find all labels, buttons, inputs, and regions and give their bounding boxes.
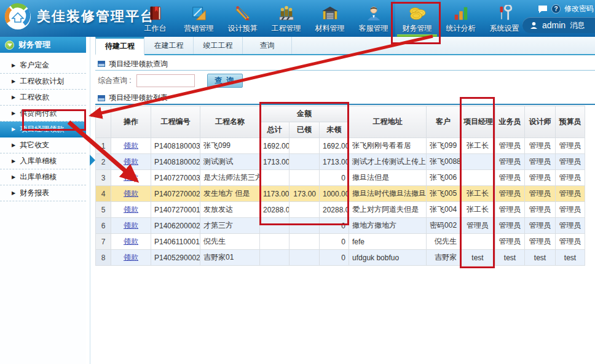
table-cell: 张飞刚刚号看看居 <box>349 138 427 154</box>
withdraw-link[interactable]: 领款 <box>124 221 138 230</box>
nav-item-finance[interactable]: 财务管理 <box>395 0 439 37</box>
sidebar-item-receivable-plan[interactable]: ▶工程收款计划 <box>0 74 86 90</box>
tab-ongoing-projects[interactable]: 在建工程 <box>144 37 194 54</box>
tab-completed-projects[interactable]: 竣工工程 <box>194 37 243 54</box>
table-cell: 测试才上传测试上传上传 <box>349 154 427 170</box>
table-cell: 管理员 <box>556 202 585 218</box>
table-cell: P1408180002 <box>151 154 200 170</box>
sidebar-item-other-income-expense[interactable]: ▶其它收支 <box>0 137 86 153</box>
sidebar-header-label: 财务管理 <box>18 39 50 50</box>
operation-cell: 领款 <box>111 218 151 234</box>
table-cell: 管理员 <box>556 218 585 234</box>
withdraw-link[interactable]: 领款 <box>124 189 138 198</box>
row-number: 2 <box>96 154 111 170</box>
sidebar-item-customer-deposit[interactable]: ▶客户定金 <box>0 58 86 74</box>
nav-item-marketing[interactable]: 营销管理 <box>177 0 221 37</box>
change-password-link[interactable]: 修改密码 <box>564 4 594 14</box>
list-section-title: 项目经理领款列表 <box>109 93 168 103</box>
table-cell: 20288.00 <box>320 202 349 218</box>
stats-chart-icon <box>452 4 470 23</box>
table-row: 6领款P1406200002才第三方0撒地方撒地方密码002管理员管理员管理员管… <box>96 218 585 234</box>
col-group-amount: 金额 <box>260 106 349 122</box>
table-cell: 张飞099 <box>200 138 260 154</box>
table-cell: 管理员 <box>556 234 585 250</box>
table-cell: test <box>495 250 525 266</box>
table-cell: 1000.00 <box>320 186 349 202</box>
nav-item-customer-service[interactable]: 客服管理 <box>352 0 395 37</box>
withdraw-link[interactable]: 领款 <box>124 205 138 214</box>
table-row: 5领款P1407270001发放发达20288.0020288.00爱上对方阿道… <box>96 202 585 218</box>
row-number: 1 <box>96 138 111 154</box>
table-cell <box>460 170 495 186</box>
table-cell: 0 <box>320 170 349 186</box>
table-cell: 发生地方 但是 <box>200 186 260 202</box>
col-header-operation: 操作 <box>111 106 151 138</box>
withdraw-link[interactable]: 领款 <box>124 173 138 182</box>
messages-link[interactable]: 消息 <box>570 20 585 31</box>
sidebar-item-supplier-payment[interactable]: ▶供货商付款 <box>0 106 86 122</box>
nav-label: 财务管理 <box>403 23 432 34</box>
table-cell: test <box>525 250 556 266</box>
search-input[interactable] <box>136 74 195 87</box>
table-cell: 张工长 <box>460 202 495 218</box>
tab-pending-projects[interactable]: 待建工程 <box>95 37 144 55</box>
table-cell <box>460 234 495 250</box>
table-cell: 吉野家01 <box>200 250 260 266</box>
triangle-bullet-icon: ▶ <box>12 95 15 100</box>
query-section-header: 项目经理领款查询 <box>95 58 595 71</box>
col-header-salesman: 业务员 <box>495 106 525 138</box>
help-icon[interactable]: ? <box>551 4 561 14</box>
sidebar-item-inbound-audit[interactable]: ▶入库单稽核 <box>0 153 86 169</box>
nav-label: 工作台 <box>144 23 167 34</box>
table-cell: 管理员 <box>525 202 556 218</box>
table-cell: P1407270003 <box>151 170 200 186</box>
table-cell: 撒地方撒地方 <box>349 218 427 234</box>
table-cell: fefe <box>349 234 427 250</box>
top-navbar: 美佳装修管理平台 工作台 营销管理 设计预算 工程管理 <box>0 0 595 37</box>
sidebar-item-project-receipts[interactable]: ▶工程收款 <box>0 90 86 106</box>
nav-item-construction[interactable]: 工程管理 <box>264 0 308 37</box>
table-cell: P1405290002 <box>151 250 200 266</box>
nav-item-statistics[interactable]: 统计分析 <box>439 0 483 37</box>
panel-icon <box>98 61 105 67</box>
sidebar-item-label: 财务报表 <box>20 188 49 198</box>
table-cell: P1406200002 <box>151 218 200 234</box>
tab-query[interactable]: 查询 <box>243 37 292 54</box>
sidebar-header[interactable]: 财务管理 <box>0 37 86 53</box>
query-button[interactable]: 查 询 <box>207 74 243 88</box>
withdraw-link[interactable]: 领款 <box>124 157 138 166</box>
operation-cell: 领款 <box>111 154 151 170</box>
table-cell: 测试测试 <box>200 154 260 170</box>
nav-item-materials[interactable]: 材料管理 <box>308 0 352 37</box>
sidebar-item-finance-report[interactable]: ▶财务报表 <box>0 185 86 201</box>
table-cell <box>290 250 320 266</box>
table-cell: 管理员 <box>495 234 525 250</box>
nav-label: 营销管理 <box>184 23 214 34</box>
withdraw-link[interactable]: 领款 <box>124 253 138 261</box>
table-cell <box>260 170 290 186</box>
nav-item-workbench[interactable]: 工作台 <box>133 0 177 37</box>
nav-item-design-budget[interactable]: 设计预算 <box>221 0 264 37</box>
table-cell: ufdguk bobfuo <box>349 250 427 266</box>
col-header-received: 已领 <box>290 122 320 138</box>
nav-label: 客服管理 <box>359 23 388 34</box>
table-cell: 管理员 <box>525 234 556 250</box>
app-logo-icon <box>4 2 32 31</box>
table-cell: P1406110001 <box>151 234 200 250</box>
user-pill[interactable]: admin 消息 <box>522 17 595 33</box>
withdraw-link[interactable]: 领款 <box>124 141 138 150</box>
nav-label: 工程管理 <box>272 23 301 34</box>
table-cell: 1692.00 <box>320 138 349 154</box>
table-header: 操作 工程编号 工程名称 金额 工程地址 客户 项目经理 业务员 设计师 预算员… <box>96 106 585 138</box>
operation-cell: 领款 <box>111 202 151 218</box>
sidebar-item-manager-withdrawal[interactable]: ▶项目经理领款 <box>0 122 86 137</box>
nav-label: 设计预算 <box>228 23 258 34</box>
operation-cell: 领款 <box>111 186 151 202</box>
operation-cell: 领款 <box>111 234 151 250</box>
sidebar-item-outbound-audit[interactable]: ▶出库单稽核 <box>0 169 86 185</box>
user-icon <box>530 21 538 29</box>
message-bubble-icon[interactable] <box>538 5 548 14</box>
table-cell: 管理员 <box>495 218 525 234</box>
nav-label: 统计分析 <box>446 23 476 34</box>
withdraw-link[interactable]: 领款 <box>124 237 138 246</box>
